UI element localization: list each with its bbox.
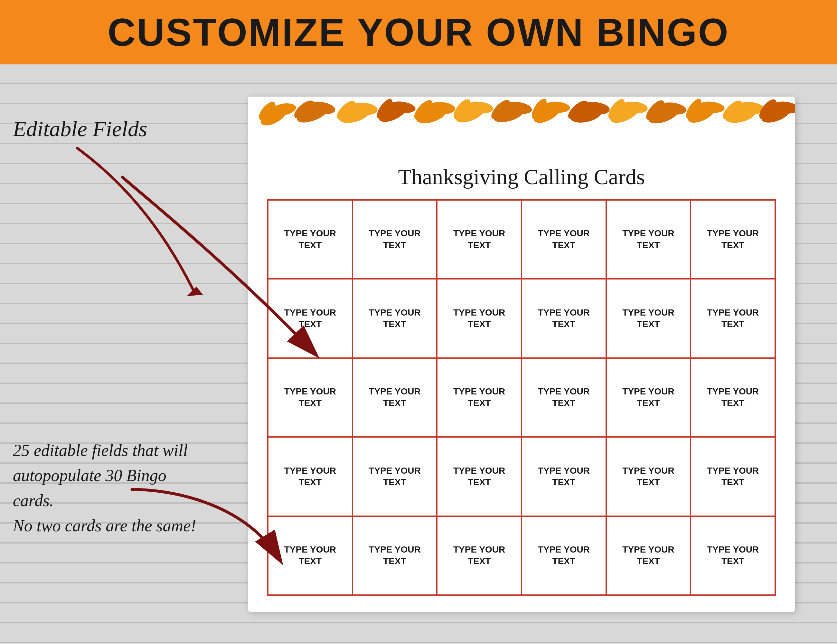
leaves-svg <box>248 97 795 154</box>
bingo-cell[interactable]: TYPE YOUR TEXT <box>268 516 353 595</box>
bingo-card: Thanksgiving Calling Cards TYPE YOUR TEX… <box>248 97 795 612</box>
editable-fields-label: Editable Fields <box>13 116 232 142</box>
bingo-cell[interactable]: TYPE YOUR TEXT <box>437 358 522 437</box>
bingo-cell[interactable]: TYPE YOUR TEXT <box>353 358 437 437</box>
left-annotations: Editable Fields <box>13 64 232 644</box>
bingo-cell[interactable]: TYPE YOUR TEXT <box>522 200 606 279</box>
bingo-cell[interactable]: TYPE YOUR TEXT <box>268 200 353 279</box>
bingo-cell[interactable]: TYPE YOUR TEXT <box>606 358 691 437</box>
bingo-cell[interactable]: TYPE YOUR TEXT <box>691 200 775 279</box>
bingo-cell[interactable]: TYPE YOUR TEXT <box>691 516 775 595</box>
bottom-line2: autopopulate 30 Bingo <box>13 466 166 485</box>
svg-marker-0 <box>187 287 203 296</box>
bottom-line4: No two cards are the same! <box>13 516 196 535</box>
leaves-decoration <box>248 97 795 154</box>
bingo-cell[interactable]: TYPE YOUR TEXT <box>691 279 775 358</box>
bottom-line1: 25 editable fields that will <box>13 441 188 460</box>
bingo-cell[interactable]: TYPE YOUR TEXT <box>437 279 522 358</box>
bingo-cell[interactable]: TYPE YOUR TEXT <box>606 437 691 516</box>
bottom-annotation-text: 25 editable fields that will autopopulat… <box>13 438 206 538</box>
bingo-cell[interactable]: TYPE YOUR TEXT <box>353 516 437 595</box>
bingo-grid: TYPE YOUR TEXT TYPE YOUR TEXT TYPE YOUR … <box>267 199 776 596</box>
bingo-cell[interactable]: TYPE YOUR TEXT <box>437 200 522 279</box>
bingo-cell[interactable]: TYPE YOUR TEXT <box>606 279 691 358</box>
header-banner: CUSTOMIZE YOUR OWN BINGO <box>0 0 837 64</box>
bingo-cell[interactable]: TYPE YOUR TEXT <box>268 279 353 358</box>
bingo-cell[interactable]: TYPE YOUR TEXT <box>268 358 353 437</box>
bingo-cell[interactable]: TYPE YOUR TEXT <box>606 200 691 279</box>
bingo-cell[interactable]: TYPE YOUR TEXT <box>353 200 437 279</box>
bingo-cell[interactable]: TYPE YOUR TEXT <box>353 437 437 516</box>
bingo-cell[interactable]: TYPE YOUR TEXT <box>522 279 606 358</box>
bingo-cell[interactable]: TYPE YOUR TEXT <box>268 437 353 516</box>
bingo-cell[interactable]: TYPE YOUR TEXT <box>353 279 437 358</box>
bingo-cell[interactable]: TYPE YOUR TEXT <box>522 358 606 437</box>
bingo-cell[interactable]: TYPE YOUR TEXT <box>606 516 691 595</box>
bingo-cell[interactable]: TYPE YOUR TEXT <box>437 516 522 595</box>
card-title: Thanksgiving Calling Cards <box>248 154 795 196</box>
main-area: Editable Fields <box>0 64 837 644</box>
bingo-cell[interactable]: TYPE YOUR TEXT <box>437 437 522 516</box>
bingo-cell[interactable]: TYPE YOUR TEXT <box>522 516 606 595</box>
header-title: CUSTOMIZE YOUR OWN BINGO <box>108 10 729 54</box>
editable-fields-arrow <box>39 142 219 309</box>
bingo-cell[interactable]: TYPE YOUR TEXT <box>522 437 606 516</box>
bingo-cell[interactable]: TYPE YOUR TEXT <box>691 358 775 437</box>
bingo-cell[interactable]: TYPE YOUR TEXT <box>691 437 775 516</box>
bottom-line3: cards. <box>13 491 54 510</box>
